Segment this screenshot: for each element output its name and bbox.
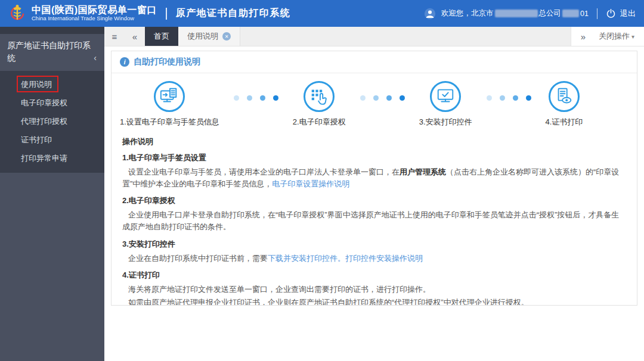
- header-separator: [597, 8, 597, 19]
- customs-emblem-logo: [8, 3, 26, 24]
- brand-subtitle: China International Trade Single Window: [32, 15, 157, 21]
- instructions-title: 操作说明: [122, 136, 626, 147]
- sidebar-item-usage-instructions[interactable]: 使用说明: [0, 75, 104, 94]
- step-connector-dots: [234, 95, 278, 101]
- tabs-scroll-left-icon[interactable]: «: [125, 27, 145, 46]
- usage-instructions-panel: i 自助打印使用说明: [111, 51, 637, 306]
- instruction-paragraph: 企业使用电子口岸卡登录自助打印系统，在“电子印章授权”界面中选择原产地证书上使用…: [122, 209, 626, 233]
- sidebar-title: 原产地证书自助打印系统 ‹: [0, 34, 104, 71]
- sidebar-item-print-exception-request[interactable]: 打印异常申请: [0, 149, 104, 167]
- sidebar-item-eseal-authorization[interactable]: 电子印章授权: [0, 94, 104, 112]
- sidebar-menu: 使用说明 电子印章授权 代理打印授权 证书打印 打印异常申请: [0, 71, 104, 173]
- step-4-label: 4.证书打印: [546, 117, 583, 127]
- info-icon: i: [120, 57, 129, 67]
- bold-text: 用户管理系统: [400, 167, 446, 176]
- welcome-text-prefix: 欢迎您，北京市: [441, 8, 494, 18]
- inline-link[interactable]: 电子印章设置操作说明: [272, 179, 349, 188]
- step-connector-dots: [487, 95, 531, 101]
- hamburger-icon[interactable]: ≡: [104, 27, 125, 46]
- text-segment: 海关将原产地证打印文件发送至单一窗口，企业查询出需要打印的证书，进行打印操作。: [128, 285, 431, 294]
- keypad-hand-icon: [304, 81, 335, 112]
- step-2-label: 2.电子印章授权: [293, 117, 346, 127]
- text-segment: 企业在自助打印系统中打印证书前，需要: [128, 254, 268, 263]
- text-segment: 如需由原产地证代理申报企业打印证书，企业则在原产地证书自助打印系统的“代理打印授…: [128, 298, 529, 306]
- welcome-text-mid: 总公司: [539, 8, 562, 18]
- brand-block: 中国(陕西)国际贸易单一窗口 China International Trade…: [32, 5, 157, 21]
- step-2: 2.电子印章授权: [293, 81, 346, 127]
- tab-usage-instructions[interactable]: 使用说明 ✕: [178, 27, 240, 46]
- logout-button[interactable]: 退出: [620, 8, 636, 19]
- masked-company-name: [495, 10, 538, 17]
- step-3-label: 3.安装打印控件: [419, 117, 472, 127]
- header-divider: [166, 8, 167, 20]
- monitor-document-icon: [154, 81, 185, 112]
- main-layout: 原产地证书自助打印系统 ‹ 使用说明 电子印章授权 代理打印授权 证书打印 打印…: [0, 27, 644, 361]
- instruction-paragraph: 海关将原产地证打印文件发送至单一窗口，企业查询出需要打印的证书，进行打印操作。: [122, 284, 626, 295]
- step-1-label: 1.设置电子印章与手签员信息: [120, 117, 219, 127]
- steps-row: 1.设置电子印章与手签员信息: [112, 73, 637, 127]
- sidebar: 原产地证书自助打印系统 ‹ 使用说明 电子印章授权 代理打印授权 证书打印 打印…: [0, 27, 104, 361]
- step-3: 3.安装打印控件: [419, 81, 472, 127]
- instructions-sections: 操作说明 1.电子印章与手签员设置 设置企业电子印章与手签员，请使用本企业的电子…: [112, 127, 637, 306]
- step-1: 1.设置电子印章与手签员信息: [120, 81, 219, 127]
- sidebar-collapse-icon[interactable]: ‹: [94, 52, 97, 64]
- sidebar-filler: [0, 173, 104, 361]
- instruction-paragraph: 设置企业电子印章与手签员，请使用本企业的电子口岸法人卡登录单一窗口，在用户管理系…: [122, 166, 626, 190]
- text-segment: 企业使用电子口岸卡登录自助打印系统，在“电子印章授权”界面中选择原产地证书上使用…: [122, 210, 619, 231]
- tab-close-icon[interactable]: ✕: [222, 32, 231, 41]
- tab-home[interactable]: 首页: [145, 27, 178, 46]
- instruction-heading-2: 2.电子印章授权: [122, 195, 626, 206]
- close-operations-dropdown[interactable]: 关闭操作▾: [599, 31, 634, 42]
- tab-bar: ≡ « 首页 使用说明 ✕ » 关闭操作▾: [104, 27, 644, 46]
- welcome-text-suffix: 01: [580, 10, 589, 18]
- monitor-check-icon: [430, 81, 461, 112]
- panel-title: 自助打印使用说明: [134, 57, 200, 67]
- step-4: 4.证书打印: [546, 81, 583, 127]
- instruction-paragraph: 如需由原产地证代理申报企业打印证书，企业则在原产地证书自助打印系统的“代理打印授…: [122, 297, 626, 306]
- masked-account-id: [562, 10, 579, 17]
- text-segment: 设置企业电子印章与手签员，请使用本企业的电子口岸法人卡登录单一窗口，在: [128, 167, 400, 176]
- instruction-heading-1: 1.电子印章与手签员设置: [122, 153, 626, 163]
- tabbar-spacer: [240, 27, 571, 46]
- right-column: ≡ « 首页 使用说明 ✕ » 关闭操作▾ i 自助打印使用说明: [104, 27, 644, 361]
- sidebar-item-agent-print-authorization[interactable]: 代理打印授权: [0, 112, 104, 130]
- content-area: i 自助打印使用说明: [104, 46, 644, 361]
- document-eye-icon: [549, 81, 580, 112]
- inline-link[interactable]: 打印控件安装操作说明: [345, 254, 423, 263]
- tabs-scroll-right-icon[interactable]: »: [581, 32, 586, 42]
- sidebar-top-strip: [0, 27, 104, 34]
- instruction-heading-4: 4.证书打印: [122, 270, 626, 281]
- brand-title: 中国(陕西)国际贸易单一窗口: [32, 5, 157, 15]
- inline-link[interactable]: 下载并安装打印控件。: [268, 254, 345, 263]
- tabbar-right-controls: » 关闭操作▾: [571, 27, 644, 46]
- instruction-paragraph: 企业在自助打印系统中打印证书前，需要下载并安装打印控件。打印控件安装操作说明: [122, 253, 626, 264]
- panel-header: i 自助打印使用说明: [112, 51, 637, 73]
- app-title: 原产地证书自助打印系统: [176, 7, 291, 20]
- step-connector-dots: [360, 95, 405, 101]
- header-user-area: 欢迎您，北京市总公司01 退出: [424, 8, 636, 20]
- instruction-heading-3: 3.安装打印控件: [122, 239, 626, 250]
- power-icon[interactable]: [606, 8, 616, 18]
- top-header: 中国(陕西)国际贸易单一窗口 China International Trade…: [0, 0, 644, 27]
- user-icon: [424, 8, 436, 20]
- sidebar-item-certificate-print[interactable]: 证书打印: [0, 130, 104, 149]
- chevron-down-icon: ▾: [631, 33, 634, 40]
